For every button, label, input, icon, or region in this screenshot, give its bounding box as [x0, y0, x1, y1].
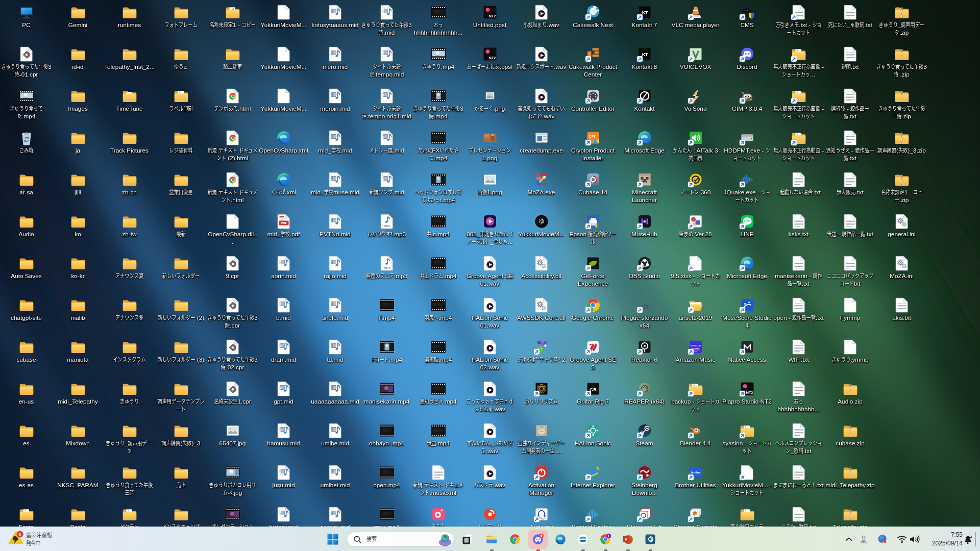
svg-text:P: P [624, 537, 627, 542]
svg-text:6: 6 [18, 531, 21, 537]
svg-text:z: z [970, 534, 972, 539]
